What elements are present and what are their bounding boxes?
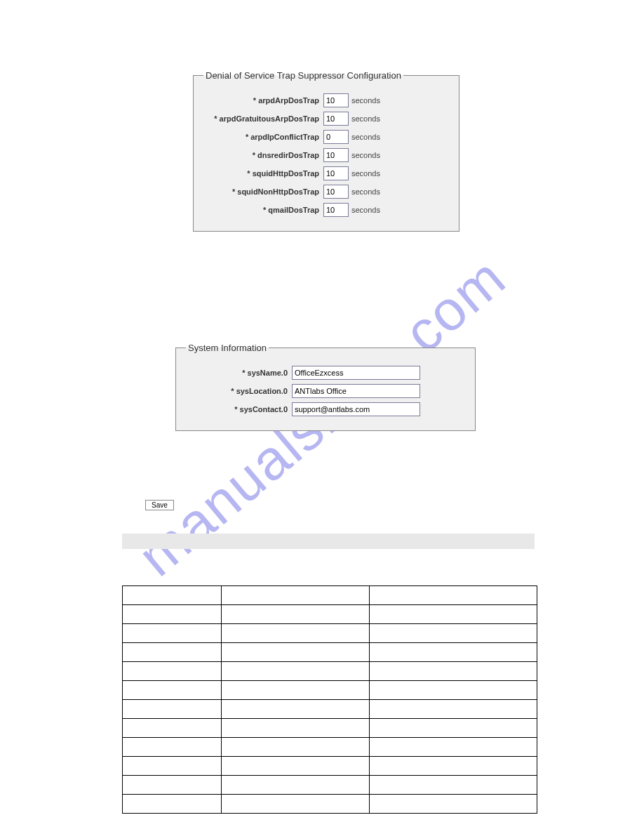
label-dnsredir: * dnsredirDosTrap bbox=[203, 151, 323, 159]
input-arpd-gratuitous[interactable] bbox=[323, 112, 349, 126]
table-header-cell bbox=[123, 586, 222, 605]
table-cell bbox=[370, 662, 537, 681]
input-sysname[interactable] bbox=[292, 366, 420, 380]
table-cell bbox=[222, 776, 370, 795]
table-cell bbox=[222, 757, 370, 776]
table-cell bbox=[123, 719, 222, 738]
table-cell bbox=[222, 681, 370, 700]
table-cell bbox=[222, 605, 370, 624]
unit-seconds: seconds bbox=[351, 133, 380, 141]
unit-seconds: seconds bbox=[351, 96, 380, 105]
input-squid-nonhttp[interactable] bbox=[323, 185, 349, 199]
row-sysname: * sysName.0 bbox=[186, 366, 465, 380]
input-qmail[interactable] bbox=[323, 203, 349, 217]
label-arpd-gratuitous: * arpdGratuitousArpDosTrap bbox=[203, 114, 323, 123]
table-cell bbox=[370, 681, 537, 700]
table-cell bbox=[222, 795, 370, 814]
table-cell bbox=[370, 738, 537, 757]
table-row bbox=[123, 681, 537, 700]
unit-seconds: seconds bbox=[351, 114, 380, 123]
label-syslocation: * sysLocation.0 bbox=[186, 387, 292, 395]
row-arpd-ipconflict: * arpdIpConflictTrap seconds bbox=[203, 130, 449, 144]
label-syscontact: * sysContact.0 bbox=[186, 405, 292, 413]
row-syslocation: * sysLocation.0 bbox=[186, 384, 465, 398]
dos-config-panel: Denial of Service Trap Suppressor Config… bbox=[193, 70, 459, 232]
table-row bbox=[123, 719, 537, 738]
unit-seconds: seconds bbox=[351, 187, 380, 196]
unit-seconds: seconds bbox=[351, 206, 380, 214]
table-row bbox=[123, 776, 537, 795]
table-cell bbox=[370, 776, 537, 795]
input-arpd-ipconflict[interactable] bbox=[323, 130, 349, 144]
row-dnsredir: * dnsredirDosTrap seconds bbox=[203, 148, 449, 162]
label-squid-http: * squidHttpDosTrap bbox=[203, 169, 323, 178]
table-row bbox=[123, 624, 537, 643]
table-cell bbox=[123, 738, 222, 757]
save-button[interactable]: Save bbox=[145, 500, 174, 510]
data-table bbox=[122, 585, 537, 814]
table-cell bbox=[123, 776, 222, 795]
table-header-cell bbox=[370, 586, 537, 605]
row-qmail: * qmailDosTrap seconds bbox=[203, 203, 449, 217]
system-info-legend: System Information bbox=[186, 343, 269, 353]
row-arpd-arp-dos: * arpdArpDosTrap seconds bbox=[203, 93, 449, 107]
input-arpd-arp-dos[interactable] bbox=[323, 93, 349, 107]
table-row bbox=[123, 757, 537, 776]
row-squid-nonhttp: * squidNonHttpDosTrap seconds bbox=[203, 185, 449, 199]
label-arpd-ipconflict: * arpdIpConflictTrap bbox=[203, 133, 323, 141]
input-squid-http[interactable] bbox=[323, 166, 349, 180]
table-row bbox=[123, 662, 537, 681]
table-cell bbox=[370, 757, 537, 776]
table-cell bbox=[222, 719, 370, 738]
table-cell bbox=[123, 700, 222, 719]
table-header-cell bbox=[222, 586, 370, 605]
input-syslocation[interactable] bbox=[292, 384, 420, 398]
unit-seconds: seconds bbox=[351, 151, 380, 159]
table-cell bbox=[222, 738, 370, 757]
table-cell bbox=[123, 795, 222, 814]
table-row bbox=[123, 643, 537, 662]
row-squid-http: * squidHttpDosTrap seconds bbox=[203, 166, 449, 180]
input-dnsredir[interactable] bbox=[323, 148, 349, 162]
table-cell bbox=[370, 795, 537, 814]
table-cell bbox=[370, 643, 537, 662]
table-row bbox=[123, 738, 537, 757]
table-cell bbox=[222, 700, 370, 719]
table-cell bbox=[222, 643, 370, 662]
dos-config-legend: Denial of Service Trap Suppressor Config… bbox=[203, 70, 403, 81]
table-cell bbox=[370, 700, 537, 719]
table-cell bbox=[370, 605, 537, 624]
section-divider-bar bbox=[122, 534, 535, 549]
table-cell bbox=[123, 605, 222, 624]
table-cell bbox=[123, 662, 222, 681]
table-cell bbox=[123, 681, 222, 700]
label-arpd-arp-dos: * arpdArpDosTrap bbox=[203, 96, 323, 105]
unit-seconds: seconds bbox=[351, 169, 380, 178]
label-qmail: * qmailDosTrap bbox=[203, 206, 323, 214]
row-syscontact: * sysContact.0 bbox=[186, 402, 465, 416]
table-row bbox=[123, 605, 537, 624]
table-cell bbox=[123, 624, 222, 643]
table-row bbox=[123, 700, 537, 719]
table-header-row bbox=[123, 586, 537, 605]
table-cell bbox=[370, 719, 537, 738]
table-cell bbox=[123, 757, 222, 776]
input-syscontact[interactable] bbox=[292, 402, 420, 416]
label-sysname: * sysName.0 bbox=[186, 369, 292, 377]
table-cell bbox=[123, 643, 222, 662]
row-arpd-gratuitous: * arpdGratuitousArpDosTrap seconds bbox=[203, 112, 449, 126]
system-info-panel: System Information * sysName.0 * sysLoca… bbox=[175, 343, 476, 431]
table-row bbox=[123, 795, 537, 814]
table-cell bbox=[222, 624, 370, 643]
table-cell bbox=[222, 662, 370, 681]
table-cell bbox=[370, 624, 537, 643]
label-squid-nonhttp: * squidNonHttpDosTrap bbox=[203, 187, 323, 196]
